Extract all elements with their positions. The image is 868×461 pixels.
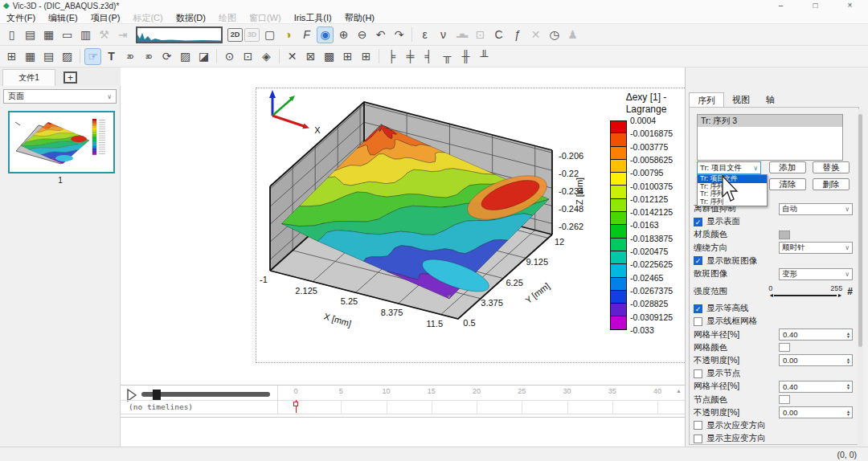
color-swatch[interactable]: [779, 343, 790, 352]
replace-button[interactable]: 替换: [813, 161, 850, 173]
settings-spinner[interactable]: 0.00▲▼: [779, 406, 853, 418]
minimize-button[interactable]: –: [764, 0, 798, 11]
poisson-nu-icon[interactable]: ν: [435, 27, 452, 43]
visibility-eye-icon[interactable]: ◉: [317, 27, 334, 43]
export-pdf-icon[interactable]: ▤: [40, 48, 57, 65]
settings-dropdown[interactable]: 顺时针∨: [779, 242, 853, 254]
intensity-range-slider[interactable]: 0255◄►: [768, 284, 842, 298]
menu-item-2[interactable]: 项目(P): [84, 11, 127, 24]
contrast-icon[interactable]: ◑: [280, 27, 297, 43]
add-tab-button[interactable]: +: [63, 71, 77, 84]
menu-item-6[interactable]: 窗口(W): [243, 11, 288, 24]
pan-hand-icon[interactable]: ☞: [84, 48, 101, 65]
clear-button[interactable]: 清除: [769, 178, 806, 190]
checkbox-unchecked[interactable]: [694, 421, 702, 430]
menu-item-7[interactable]: Iris工具(I): [288, 11, 338, 24]
redo-icon[interactable]: ↷: [391, 27, 407, 43]
align-middle-icon[interactable]: ╫: [457, 48, 474, 65]
zoom-in-icon[interactable]: ⊕: [335, 27, 352, 43]
checkbox-unchecked[interactable]: [694, 317, 702, 326]
align-left-icon[interactable]: ╞: [383, 48, 400, 65]
spinner-arrows[interactable]: ▲▼: [846, 332, 850, 338]
new-file-icon[interactable]: ▯: [3, 27, 20, 43]
correlation-icon[interactable]: C: [490, 27, 507, 43]
function-icon[interactable]: ƒ: [509, 27, 526, 43]
circle-probe-icon[interactable]: ⊙: [221, 48, 238, 65]
series-list[interactable]: Tr: 序列 3: [697, 114, 843, 161]
workspace-icon[interactable]: ▥: [77, 27, 94, 43]
image-extract-icon[interactable]: ◪: [195, 48, 212, 65]
settings-dropdown[interactable]: 变形∨: [779, 268, 853, 280]
view-2d-button[interactable]: 2D: [227, 28, 243, 42]
settings-spinner[interactable]: 0.40▲▼: [779, 381, 853, 393]
rect-probe-icon[interactable]: ⊡: [240, 48, 256, 65]
export-video-icon[interactable]: ▦: [22, 48, 39, 65]
monitor-icon[interactable]: ▢: [261, 27, 278, 43]
checkbox-unchecked[interactable]: [694, 434, 702, 443]
strain-epsilon-icon[interactable]: ε: [416, 27, 433, 43]
view-3d-button[interactable]: 3D: [244, 28, 260, 42]
checkbox-checked[interactable]: ✓: [694, 256, 702, 265]
user-icon[interactable]: ♟: [564, 27, 581, 43]
region-fill-icon[interactable]: ▩: [321, 48, 338, 65]
align-right-icon[interactable]: ╡: [420, 48, 437, 65]
panel-scrollbar[interactable]: [858, 109, 863, 445]
clock-icon[interactable]: ◷: [546, 27, 563, 43]
tab-series[interactable]: 序列: [689, 92, 724, 108]
panel-scrollbar-thumb[interactable]: [858, 114, 862, 347]
tab-axis[interactable]: 轴: [758, 92, 783, 108]
current-frame-marker-handle[interactable]: [293, 402, 298, 406]
export-arrow-icon[interactable]: ⇥: [114, 27, 131, 43]
checkbox-checked[interactable]: ✓: [694, 218, 702, 226]
spinner-arrows[interactable]: ▲▼: [846, 410, 850, 416]
region-add-icon[interactable]: ⊞: [339, 48, 356, 65]
region-cut-icon[interactable]: ⊠: [302, 48, 319, 65]
spinner-arrows[interactable]: ▲▼: [846, 383, 850, 390]
plot-3d-icon[interactable]: 3D: [140, 48, 157, 65]
tab-view[interactable]: 视图: [724, 92, 758, 108]
image-tool-icon[interactable]: ▨: [177, 48, 194, 65]
save-icon[interactable]: ▦: [40, 27, 57, 43]
menu-item-0[interactable]: 文件(F): [0, 11, 42, 24]
spinner-arrows[interactable]: ▲▼: [846, 357, 850, 364]
page-selector-dropdown[interactable]: 页面 ∨: [3, 89, 117, 104]
timeline-slider-handle[interactable]: [153, 390, 161, 400]
calibration-tool-icon[interactable]: ⚒: [96, 27, 113, 43]
histogram-toggle-button[interactable]: #: [847, 286, 853, 297]
checkbox-unchecked[interactable]: [694, 369, 702, 378]
color-swatch[interactable]: [779, 230, 790, 239]
zoom-out-icon[interactable]: ⊖: [354, 27, 371, 43]
checkbox-checked[interactable]: ✓: [694, 304, 702, 313]
undo-icon[interactable]: ↶: [372, 27, 389, 43]
histogram-preview[interactable]: [136, 27, 223, 43]
settings-spinner[interactable]: 0.40▲▼: [779, 328, 853, 341]
timeline-slider[interactable]: [141, 392, 270, 397]
menu-item-4[interactable]: 数据(D): [170, 11, 212, 24]
histogram-icon[interactable]: ▂▅▃: [453, 27, 470, 43]
file-tab[interactable]: 文件1: [2, 69, 55, 86]
align-top-icon[interactable]: ╥: [439, 48, 456, 65]
menu-item-8[interactable]: 帮助(H): [338, 11, 381, 24]
report-icon[interactable]: ⊡: [472, 27, 489, 43]
open-folder-icon[interactable]: ▭: [59, 27, 76, 43]
series-source-combobox[interactable]: Tr: 项目文件 ∨: [697, 161, 761, 174]
delete-button[interactable]: 删除: [813, 178, 850, 190]
add-page-icon[interactable]: ⊞: [3, 48, 20, 65]
series-list-item[interactable]: Tr: 序列 3: [698, 115, 842, 127]
align-center-icon[interactable]: ╪: [402, 48, 419, 65]
maximize-button[interactable]: □: [798, 0, 833, 11]
settings-dropdown[interactable]: 自动∨: [779, 203, 853, 215]
menu-item-3[interactable]: 标定(C): [126, 11, 169, 24]
plot-2d-icon[interactable]: 2D: [121, 48, 138, 65]
open-project-icon[interactable]: ▤: [22, 27, 39, 43]
page-thumbnail[interactable]: [8, 111, 115, 173]
align-bottom-icon[interactable]: ╨: [476, 48, 493, 65]
close-button[interactable]: ×: [833, 0, 867, 11]
menu-item-5[interactable]: 绘图: [212, 11, 243, 24]
plot-region[interactable]: -12.1255.258.37511.50.53.3756.259.12512-…: [256, 88, 690, 363]
polygon-probe-icon[interactable]: ◈: [258, 48, 275, 65]
remove-icon[interactable]: ✕: [527, 27, 544, 43]
region-split-icon[interactable]: ⊞: [358, 48, 375, 65]
text-tool-icon[interactable]: T: [103, 48, 120, 65]
settings-spinner[interactable]: 0.00▲▼: [779, 354, 853, 366]
